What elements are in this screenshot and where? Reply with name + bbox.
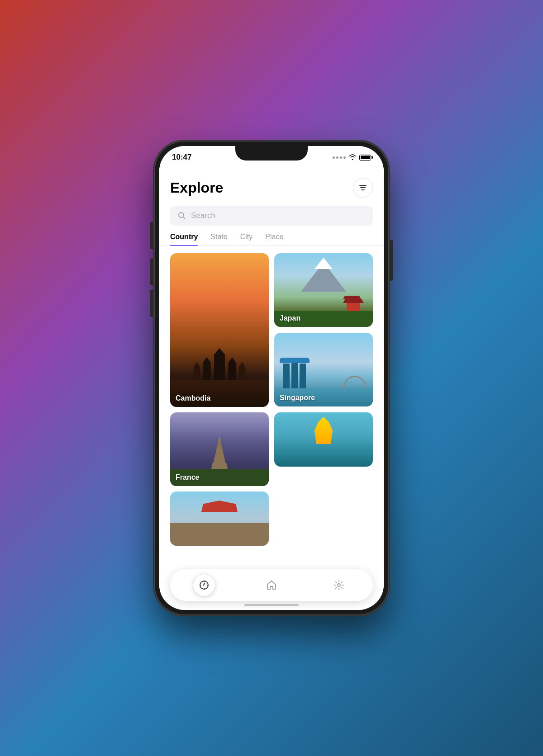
card-label-japan: Japan [280,314,300,322]
singapore-dome [343,376,366,389]
eiffel-upper [218,439,221,445]
signal-dot-4 [343,156,346,159]
card-singapore[interactable]: Singapore [274,333,373,406]
tab-state[interactable]: State [210,233,227,246]
background: 10:47 [154,141,389,615]
wifi-icon [348,154,357,161]
search-container: Search [159,202,384,233]
tab-place[interactable]: Place [265,233,283,246]
card-china[interactable] [170,491,269,546]
temple-side-right [227,357,237,380]
tabs-container: Country State City Place [159,233,384,246]
china-roof [201,501,238,512]
signal-dot-3 [340,156,342,159]
card-label-france: France [176,473,199,482]
card-japan[interactable]: Japan [274,253,373,327]
signal-dots [333,156,346,159]
eiffel-top [219,430,220,439]
bottom-nav [170,569,373,601]
battery-body [359,155,371,161]
grid-scroll: Cambodia Japan [159,246,384,610]
svg-point-2 [338,584,340,586]
eiffel-arch1 [216,445,223,454]
eiffel-arch2 [214,454,225,463]
card-cambodia[interactable]: Cambodia [170,253,269,407]
pagoda-roof-top [343,296,361,299]
search-icon [177,211,186,220]
mbs-tower [283,361,306,388]
status-time: 10:47 [172,153,191,162]
mbs-tower-block-3 [300,364,306,388]
card-label-cambodia: Cambodia [176,394,210,402]
card-thailand[interactable] [274,412,373,467]
temple-main [213,348,226,380]
nav-home[interactable] [260,574,283,596]
temple-side-left [202,357,212,380]
water-reflection [170,380,269,407]
card-label-singapore: Singapore [280,394,315,402]
filter-icon [358,183,367,192]
page-title: Explore [170,180,223,196]
svg-point-0 [179,213,184,217]
fujisan [301,262,346,292]
phone-screen: 10:47 [159,146,384,610]
signal-dot-2 [336,156,338,159]
nav-settings[interactable] [328,574,350,596]
signal-dot-1 [333,156,335,159]
cambodia-silhouette [180,348,259,380]
status-icons [333,154,371,161]
notch [235,146,308,161]
app-content: Explore Search [159,169,384,610]
mbs-tower-block-2 [291,361,298,388]
thai-gold [314,417,333,444]
mbs-tower-block-1 [283,364,290,388]
explore-icon [199,580,210,591]
cards-grid: Cambodia Japan [170,253,373,546]
settings-icon [333,580,344,591]
tab-country[interactable]: Country [170,233,198,246]
mbs-roof [280,358,310,363]
temple-far-left [193,362,201,380]
home-indicator [244,604,299,606]
home-icon [266,580,277,591]
card-france[interactable]: France [170,412,269,486]
search-bar[interactable]: Search [170,206,373,226]
filter-button[interactable] [353,178,373,198]
tab-city[interactable]: City [240,233,253,246]
china-wall [170,523,269,546]
header: Explore [159,169,384,202]
temple-far-right [238,362,246,380]
battery-icon [359,155,371,161]
battery-fill [361,156,370,159]
search-placeholder: Search [191,211,215,220]
pagoda-roof-mid [343,299,364,303]
phone-wrapper: 10:47 [154,141,389,615]
nav-explore[interactable] [193,574,215,596]
eiffel-tower [210,430,229,470]
